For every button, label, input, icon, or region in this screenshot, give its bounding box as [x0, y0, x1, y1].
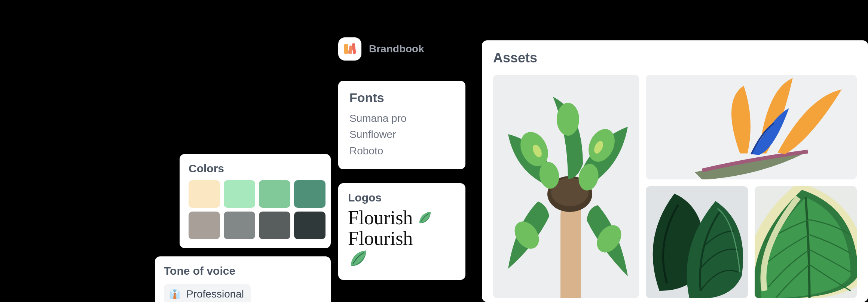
colors-card[interactable]: Colors — [180, 154, 331, 248]
color-swatch-grid — [189, 180, 322, 239]
font-item[interactable]: Sumana pro — [349, 110, 454, 126]
fonts-title: Fonts — [349, 90, 454, 105]
assets-card[interactable]: Assets — [482, 40, 868, 302]
font-item[interactable]: Roboto — [349, 143, 454, 159]
font-item[interactable]: Sunflower — [349, 126, 454, 142]
professional-icon: 👔 — [168, 288, 181, 301]
tone-card[interactable]: Tone of voice 👔 Professional — [155, 256, 331, 302]
brandbook-header: Brandbook — [338, 37, 424, 61]
logo-variant-2[interactable]: Flourish — [348, 228, 456, 249]
logo-variant-3[interactable] — [348, 249, 456, 269]
logos-title: Logos — [348, 191, 456, 204]
fonts-card[interactable]: Fonts Sumana pro Sunflower Roboto — [338, 81, 465, 169]
color-swatch[interactable] — [294, 180, 326, 208]
logo-wordmark: Flourish — [348, 208, 413, 228]
asset-thumbnail[interactable] — [646, 75, 857, 179]
brandbook-icon — [338, 37, 361, 61]
logo-wordmark: Flourish — [348, 228, 413, 249]
tone-chip-professional[interactable]: 👔 Professional — [164, 284, 251, 302]
asset-thumbnail[interactable] — [646, 186, 748, 298]
logo-variant-1[interactable]: Flourish — [348, 208, 456, 228]
assets-grid — [493, 75, 857, 299]
leaf-icon — [417, 210, 432, 225]
brandbook-label: Brandbook — [369, 43, 424, 55]
svg-point-8 — [557, 103, 579, 136]
asset-thumbnail[interactable] — [493, 75, 639, 298]
color-swatch[interactable] — [259, 212, 290, 239]
logos-card[interactable]: Logos Flourish Flourish — [338, 183, 465, 280]
svg-rect-0 — [344, 44, 348, 54]
tone-title: Tone of voice — [164, 265, 322, 277]
color-swatch[interactable] — [294, 212, 326, 239]
leaf-icon — [348, 249, 368, 269]
tone-chip-label: Professional — [186, 288, 244, 300]
color-swatch[interactable] — [189, 180, 220, 208]
color-swatch[interactable] — [259, 180, 290, 208]
assets-title: Assets — [493, 50, 857, 66]
color-swatch[interactable] — [189, 212, 220, 239]
asset-thumbnail[interactable] — [755, 186, 857, 298]
color-swatch[interactable] — [224, 180, 255, 208]
color-swatch[interactable] — [224, 212, 255, 239]
colors-title: Colors — [189, 162, 322, 175]
